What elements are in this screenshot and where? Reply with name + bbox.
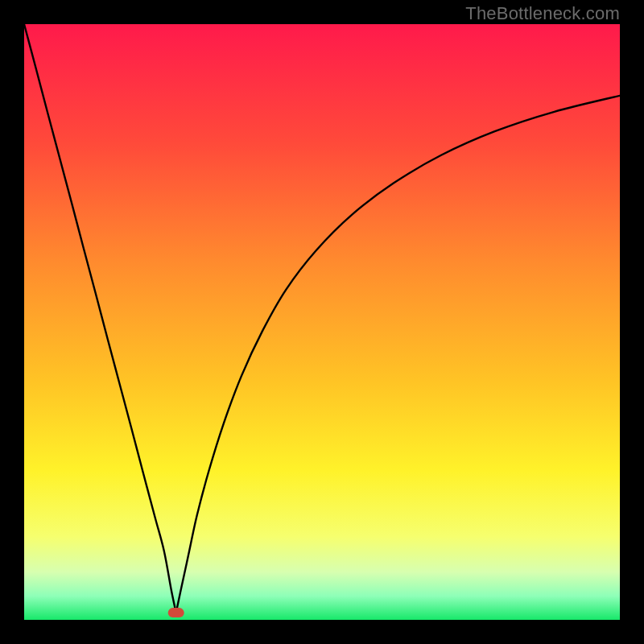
chart-frame	[24, 24, 620, 620]
watermark-text: TheBottleneck.com	[465, 3, 620, 24]
chart-background	[24, 24, 620, 620]
optimal-point-marker	[168, 608, 184, 617]
bottleneck-chart	[24, 24, 620, 620]
